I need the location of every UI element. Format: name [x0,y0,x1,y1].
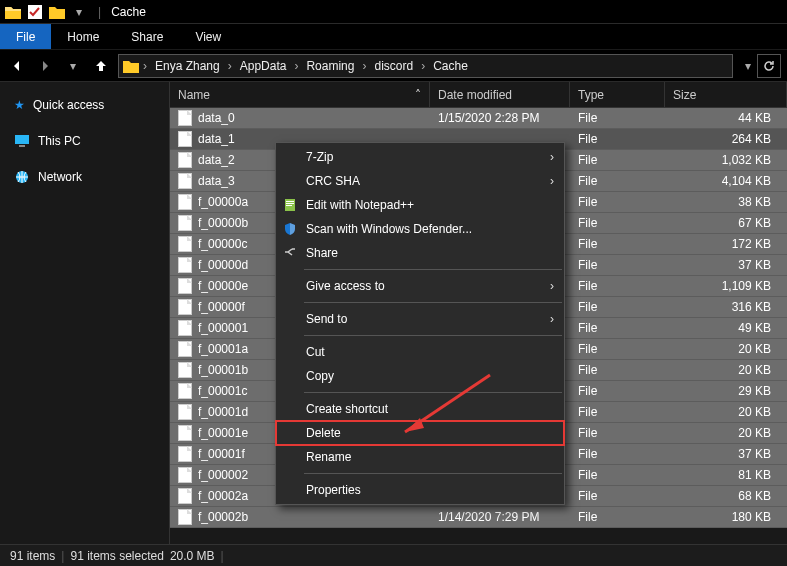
cm-label: Send to [306,312,347,326]
nav-row: ▾ › Enya Zhang › AppData › Roaming › dis… [0,50,787,82]
breadcrumb-dropdown-icon[interactable]: ▾ [745,59,751,73]
chevron-right-icon[interactable]: › [421,59,425,73]
cm-label: 7-Zip [306,150,333,164]
file-icon [178,299,192,315]
ribbon-tab-file[interactable]: File [0,24,51,49]
crumb[interactable]: Roaming [302,59,358,73]
svg-rect-2 [19,145,25,147]
monitor-icon [14,134,30,148]
file-icon [178,425,192,441]
file-name: f_00002a [198,489,248,503]
cm-item-rename[interactable]: Rename [276,445,564,469]
ribbon-tab-view[interactable]: View [179,24,237,49]
star-icon: ★ [14,98,25,112]
cm-item-properties[interactable]: Properties [276,478,564,502]
cm-item-notepad[interactable]: Edit with Notepad++ [276,193,564,217]
cm-item-create-shortcut[interactable]: Create shortcut [276,397,564,421]
file-icon [178,383,192,399]
cm-item-cut[interactable]: Cut [276,340,564,364]
recent-dropdown[interactable]: ▾ [62,55,84,77]
column-header-size[interactable]: Size [665,82,787,107]
svg-rect-1 [15,135,29,144]
chevron-right-icon[interactable]: › [362,59,366,73]
forward-button[interactable] [34,55,56,77]
cm-label: Copy [306,369,334,383]
chevron-right-icon[interactable]: › [143,59,147,73]
cm-item-give-access[interactable]: Give access to › [276,274,564,298]
file-type: File [570,153,665,167]
cm-separator [304,269,562,270]
file-type: File [570,468,665,482]
file-size: 20 KB [665,363,787,377]
file-name: f_00000d [198,258,248,272]
file-size: 20 KB [665,405,787,419]
crumb[interactable]: Cache [429,59,472,73]
file-name: f_00001d [198,405,248,419]
column-header-type[interactable]: Type [570,82,665,107]
svg-rect-7 [286,205,292,206]
crumb[interactable]: discord [370,59,417,73]
file-type: File [570,132,665,146]
folder-icon [4,3,22,21]
cm-item-delete[interactable]: Delete [276,421,564,445]
status-separator: | [61,549,64,563]
cm-item-send-to[interactable]: Send to › [276,307,564,331]
table-row[interactable]: data_01/15/2020 2:28 PMFile44 KB [170,108,787,129]
file-icon [178,131,192,147]
file-icon [178,173,192,189]
file-type: File [570,510,665,524]
status-selected: 91 items selected [70,549,163,563]
cm-label: Delete [306,426,341,440]
file-name: f_00000a [198,195,248,209]
file-type: File [570,174,665,188]
sidebar-item-this-pc[interactable]: This PC [0,128,169,154]
refresh-button[interactable] [757,54,781,78]
file-name: data_2 [198,153,235,167]
file-size: 1,109 KB [665,279,787,293]
column-header-name[interactable]: Name ˄ [170,82,430,107]
cm-item-copy[interactable]: Copy [276,364,564,388]
sidebar-item-network[interactable]: Network [0,164,169,190]
file-name: f_00000f [198,300,245,314]
up-button[interactable] [90,55,112,77]
sidebar-item-label: Quick access [33,98,104,112]
cm-label: Rename [306,450,351,464]
file-size: 1,032 KB [665,153,787,167]
file-name: f_00000b [198,216,248,230]
crumb[interactable]: Enya Zhang [151,59,224,73]
cm-item-crcsha[interactable]: CRC SHA › [276,169,564,193]
shield-icon [282,221,298,237]
file-icon [178,446,192,462]
column-header-label: Name [178,88,210,102]
cm-item-7zip[interactable]: 7-Zip › [276,145,564,169]
ribbon-tab-home[interactable]: Home [51,24,115,49]
dropdown-chevron-icon[interactable]: ▾ [70,3,88,21]
breadcrumb[interactable]: › Enya Zhang › AppData › Roaming › disco… [118,54,733,78]
file-name: f_00001b [198,363,248,377]
cm-item-defender[interactable]: Scan with Windows Defender... [276,217,564,241]
ribbon-tab-share[interactable]: Share [115,24,179,49]
checklist-icon [26,3,44,21]
chevron-right-icon[interactable]: › [228,59,232,73]
back-button[interactable] [6,55,28,77]
file-size: 38 KB [665,195,787,209]
cm-label: Properties [306,483,361,497]
file-date: 1/15/2020 2:28 PM [430,111,570,125]
crumb[interactable]: AppData [236,59,291,73]
file-name: data_1 [198,132,235,146]
cm-separator [304,473,562,474]
file-size: 67 KB [665,216,787,230]
column-header-date[interactable]: Date modified [430,82,570,107]
file-type: File [570,258,665,272]
sidebar-item-label: Network [38,170,82,184]
file-name: data_3 [198,174,235,188]
file-icon [178,257,192,273]
table-row[interactable]: f_00002b1/14/2020 7:29 PMFile180 KB [170,507,787,528]
sidebar-item-quick-access[interactable]: ★ Quick access [0,92,169,118]
file-size: 20 KB [665,426,787,440]
chevron-right-icon[interactable]: › [294,59,298,73]
file-type: File [570,321,665,335]
file-size: 49 KB [665,321,787,335]
cm-item-share[interactable]: Share [276,241,564,265]
file-type: File [570,195,665,209]
